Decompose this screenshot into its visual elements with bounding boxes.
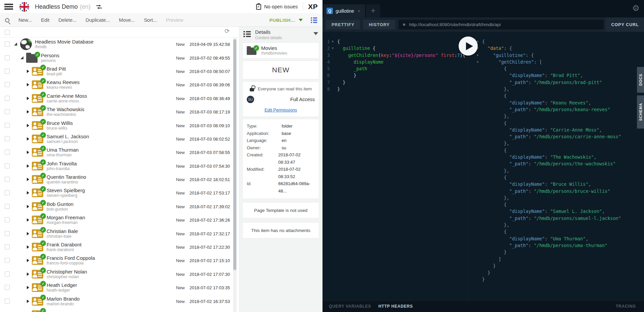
table-row[interactable]: Tim Robbins: [0, 308, 239, 312]
toolbar-item-delete[interactable]: Delete...: [58, 17, 76, 23]
row-checkbox[interactable]: [5, 69, 10, 74]
expand-icon[interactable]: [27, 164, 29, 168]
table-row[interactable]: Marlon Brandomarlon-brandoNew2018-07-02 …: [0, 294, 239, 308]
history-button[interactable]: HISTORY: [363, 20, 395, 29]
row-checkbox[interactable]: [5, 244, 10, 249]
http-headers-tab[interactable]: HTTP HEADERS: [378, 304, 413, 309]
row-checkbox[interactable]: [5, 55, 10, 60]
table-row[interactable]: Quentin Tarantinoquentin-tarantinoNew201…: [0, 173, 239, 186]
token-key: "displayName": [509, 209, 545, 214]
table-row[interactable]: Francis Ford Coppolafrancis-ford-coppola…: [0, 254, 239, 267]
search-icon[interactable]: [5, 18, 9, 22]
scrollbar-thumb[interactable]: [233, 39, 236, 270]
expand-icon[interactable]: [27, 151, 29, 154]
copy-curl-button[interactable]: COPY CURL: [606, 17, 644, 32]
row-checkbox[interactable]: [5, 96, 10, 101]
row-checkbox[interactable]: [5, 177, 10, 182]
fold-caret-icon[interactable]: ▼: [477, 59, 482, 65]
publish-button[interactable]: PUBLISH...: [269, 18, 295, 23]
table-row[interactable]: Christian Balechristian-baleNew2018-07-0…: [0, 227, 239, 240]
widget-selector-caret-icon[interactable]: [313, 32, 318, 35]
publish-menu-caret-icon[interactable]: [299, 19, 303, 21]
fold-caret-icon[interactable]: ▼: [330, 38, 336, 45]
row-checkbox[interactable]: [5, 150, 10, 155]
row-checkbox[interactable]: [5, 271, 10, 277]
row-checkbox[interactable]: [5, 136, 10, 141]
table-row[interactable]: Heath Ledgerheath-ledgerNew2018-07-02 17…: [0, 281, 239, 294]
edit-permissions-link[interactable]: Edit Permissions: [265, 107, 297, 112]
expand-icon[interactable]: [27, 218, 29, 222]
expand-icon[interactable]: [27, 97, 29, 100]
expand-icon[interactable]: [27, 272, 29, 276]
table-row[interactable]: John Travoltajohn-travoltaNew2018-07-03 …: [0, 159, 239, 173]
row-checkbox[interactable]: [5, 217, 10, 222]
toolbar-item-new[interactable]: New...: [18, 17, 32, 23]
prettify-button[interactable]: PRETTIFY: [326, 20, 360, 29]
fold-caret-icon[interactable]: ▼: [477, 52, 482, 59]
table-row[interactable]: PersonspersonsNew2018-07-02 08:49:55: [0, 51, 239, 64]
row-checkbox[interactable]: [5, 163, 10, 168]
row-checkbox[interactable]: [5, 231, 10, 236]
tab-guillotine[interactable]: Q guillotine ×: [324, 4, 365, 17]
toolbar-item-move[interactable]: Move...: [119, 17, 135, 23]
row-checkbox[interactable]: [5, 190, 10, 195]
tracing-tab[interactable]: TRACING: [616, 304, 636, 309]
row-checkbox[interactable]: [5, 285, 10, 290]
expand-icon[interactable]: [27, 205, 29, 208]
expand-icon[interactable]: [27, 232, 29, 235]
endpoint-url-field[interactable]: http://localhost:8080/site/hmdb/draft/hm…: [399, 20, 604, 29]
menu-icon[interactable]: [4, 4, 13, 5]
expand-icon[interactable]: [27, 259, 29, 262]
expand-icon[interactable]: [27, 245, 29, 249]
row-checkbox[interactable]: [5, 204, 10, 209]
settings-gear-icon[interactable]: ⚙: [632, 3, 640, 13]
table-row[interactable]: Headless Movie Database/hmdbNew2019-04-0…: [0, 37, 239, 51]
table-row[interactable]: Bob Guntonbob-guntonNew2018-07-02 17:39:…: [0, 200, 239, 213]
expand-icon[interactable]: [27, 124, 29, 127]
table-row[interactable]: Steven Spielbergsteven-spielbergNew2018-…: [0, 186, 239, 200]
row-checkbox[interactable]: [5, 299, 10, 304]
open-issues-button[interactable]: No open issues: [256, 4, 298, 10]
expand-icon[interactable]: [27, 110, 29, 113]
expand-icon[interactable]: [27, 70, 29, 73]
row-checkbox[interactable]: [5, 109, 10, 114]
expand-icon[interactable]: [27, 137, 29, 141]
table-row[interactable]: The Wachowskisthe-wachowskisNew2018-07-0…: [0, 105, 239, 119]
refresh-icon[interactable]: ⟳: [225, 27, 230, 35]
table-row[interactable]: Bruce Willisbruce-willisNew2018-07-03 08…: [0, 119, 239, 132]
table-row[interactable]: Brad Pittbrad-pittNew2018-07-03 08:50:07: [0, 65, 239, 78]
fold-caret-icon[interactable]: ▼: [330, 45, 336, 52]
toolbar-item-duplicate[interactable]: Duplicate...: [85, 17, 110, 23]
expand-icon[interactable]: [27, 178, 29, 181]
row-checkbox[interactable]: [5, 42, 10, 47]
select-all-checkbox[interactable]: [5, 30, 10, 35]
expand-icon[interactable]: [27, 300, 29, 303]
query-editor[interactable]: 1▼{2▼ guillotine {3 getChildren(key:"${s…: [323, 32, 468, 300]
expand-icon[interactable]: [27, 191, 29, 194]
new-tab-button[interactable]: +: [366, 4, 380, 17]
table-row[interactable]: Samuel L. Jacksonsamuel-l.jacksonNew2018…: [0, 132, 239, 146]
schema-side-tab[interactable]: SCHEMA: [637, 95, 644, 129]
query-variables-tab[interactable]: QUERY VARIABLES: [329, 304, 371, 309]
table-row[interactable]: Frank Darabontfrank-darabontNew2018-07-0…: [0, 240, 239, 254]
table-row[interactable]: Keanu Reeveskeanu-reevesNew2018-07-03 08…: [0, 78, 239, 91]
attachments-note: This item has no attachments: [243, 223, 319, 238]
list-scrollbar[interactable]: [233, 37, 237, 312]
close-tab-icon[interactable]: ×: [357, 8, 360, 14]
row-checkbox[interactable]: [5, 258, 10, 263]
collapse-icon[interactable]: [20, 56, 23, 59]
table-row[interactable]: Uma Thurmanuma-thurmanNew2018-07-03 07:5…: [0, 146, 239, 159]
toolbar-item-sort[interactable]: Sort...: [144, 17, 157, 23]
execute-query-button[interactable]: [459, 36, 478, 56]
collapse-icon[interactable]: [14, 43, 17, 46]
expand-icon[interactable]: [27, 83, 29, 86]
table-row[interactable]: Carrie-Anne Mosscarrie-anne-mossNew2018-…: [0, 92, 239, 105]
expand-icon[interactable]: [27, 286, 29, 289]
table-row[interactable]: Christopher Nolanchristopher-nolanNew201…: [0, 267, 239, 281]
toolbar-item-edit[interactable]: Edit: [41, 17, 49, 23]
table-row[interactable]: Morgan Freemanmorgan-freemanNew2018-07-0…: [0, 213, 239, 227]
docs-side-tab[interactable]: DOCS: [637, 67, 644, 93]
row-checkbox[interactable]: [5, 123, 10, 128]
list-view-toggle-icon[interactable]: [311, 17, 317, 23]
row-checkbox[interactable]: [5, 82, 10, 87]
